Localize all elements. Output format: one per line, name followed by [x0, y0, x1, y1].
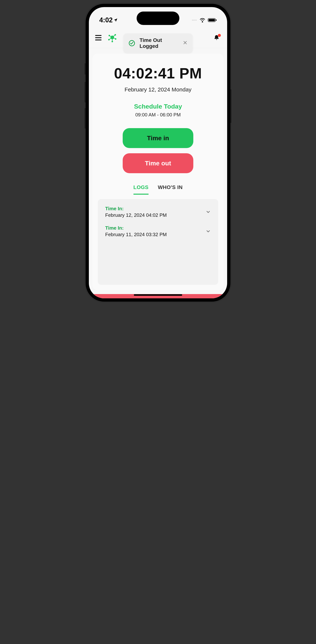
clock-time: 04:02:41 PM	[98, 65, 218, 82]
svg-rect-2	[209, 19, 215, 21]
close-icon	[183, 40, 187, 45]
signal-dots: ••••	[192, 18, 197, 22]
log-value: February 12, 2024 04:02 PM	[105, 212, 167, 218]
year-next-button[interactable]	[215, 298, 219, 298]
schedule-range: 09:00 AM - 06:00 PM	[98, 112, 218, 118]
tabs: LOGS WHO'S IN	[98, 184, 218, 194]
chevron-down-icon	[206, 229, 211, 234]
location-icon	[113, 18, 118, 22]
log-value: February 11, 2024 03:32 PM	[105, 232, 167, 238]
time-out-button[interactable]: Time out	[123, 153, 193, 173]
phone-side-button	[84, 108, 86, 128]
wifi-icon	[200, 18, 205, 22]
toast-close-button[interactable]	[183, 40, 187, 46]
month-next-button[interactable]	[183, 298, 187, 298]
app-logo-icon	[107, 32, 118, 44]
phone-side-button	[230, 90, 232, 123]
phone-side-button	[84, 82, 86, 102]
calendar-year: 2024	[200, 298, 211, 298]
tab-logs[interactable]: LOGS	[134, 184, 149, 194]
checkmark-circle-icon	[129, 40, 135, 47]
time-in-button[interactable]: Time in	[123, 128, 193, 148]
notch	[137, 12, 179, 25]
svg-rect-3	[216, 19, 217, 21]
tab-whos-in[interactable]: WHO'S IN	[158, 184, 183, 194]
log-label: Time In:	[105, 225, 167, 231]
home-indicator[interactable]	[134, 294, 182, 296]
toast: Time Out Logged	[123, 34, 193, 53]
status-time-value: 4:02	[99, 16, 113, 24]
log-row[interactable]: Time In: February 12, 2024 04:02 PM	[105, 206, 211, 218]
battery-icon	[208, 18, 217, 22]
svg-point-0	[202, 21, 203, 22]
main-card: 04:02:41 PM February 12, 2024 Monday Sch…	[92, 54, 224, 290]
year-prev-button[interactable]	[192, 298, 195, 298]
clock-date: February 12, 2024 Monday	[98, 86, 218, 93]
month-prev-button[interactable]	[97, 298, 101, 298]
notification-badge	[218, 34, 221, 37]
log-row[interactable]: Time In: February 11, 2024 03:32 PM	[105, 225, 211, 238]
logs-panel: Time In: February 12, 2024 04:02 PM Time…	[98, 199, 218, 285]
toast-message: Time Out Logged	[140, 37, 178, 49]
status-time: 4:02	[99, 16, 118, 24]
chevron-down-icon	[206, 209, 211, 214]
calendar-month: February	[132, 298, 153, 298]
schedule-title: Schedule Today	[98, 103, 218, 110]
notifications-button[interactable]	[213, 35, 220, 42]
phone-frame: 4:02 ••••	[86, 4, 230, 302]
log-label: Time In:	[105, 206, 167, 212]
menu-button[interactable]	[95, 35, 102, 40]
phone-side-button	[84, 63, 86, 74]
content-scroll[interactable]: 04:02:41 PM February 12, 2024 Monday Sch…	[89, 48, 227, 298]
